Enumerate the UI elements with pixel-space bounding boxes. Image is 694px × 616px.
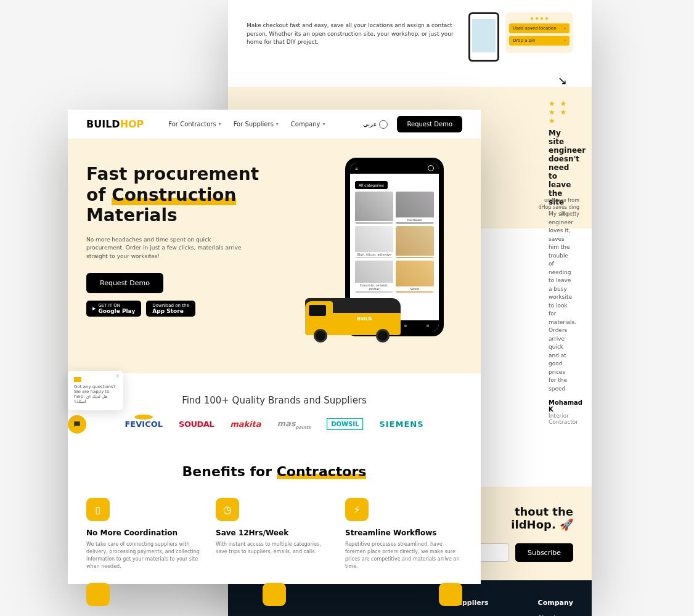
hero-title: Fast procurement of Construction Materia… [86, 164, 268, 226]
navbar: BUILDHOP For Contractors▾ For Suppliers▾… [68, 110, 481, 139]
phone-mockup-mini [468, 12, 499, 62]
footer-heading-company: Company [538, 599, 573, 607]
globe-icon [379, 120, 388, 129]
front-page: BUILDHOP For Contractors▾ For Suppliers▾… [68, 110, 481, 584]
benefit-card: ⚡ Streamline Workflows Repetitive proces… [345, 498, 462, 570]
search-icon [428, 165, 434, 171]
brand-mas: maspaints [277, 419, 311, 430]
benefit-desc: Repetitive processes streamlined, have f… [345, 541, 462, 570]
brand-siemens: SIEMENS [379, 419, 423, 429]
phone-icon: ▯ [86, 498, 110, 521]
benefits-section: Benefits for Contractors ▯ No More Coord… [68, 452, 481, 616]
arrow-decoration: ↘ [228, 74, 592, 87]
chevron-down-icon: ▾ [276, 121, 279, 127]
chat-launcher-button[interactable] [68, 415, 86, 434]
nav-for-contractors[interactable]: For Contractors▾ [168, 121, 221, 128]
benefits-title: Benefits for Contractors [86, 464, 462, 479]
app-store-badge[interactable]: Download on theApp Store [146, 301, 195, 317]
review-author: Mohamad K [549, 399, 573, 413]
benefit-icon [86, 583, 110, 606]
chat-popup: × Got any questions? We are happy to hel… [68, 371, 123, 410]
review-body: My site engineer loves it, saves him the… [549, 210, 573, 393]
benefit-card: ◷ Save 12Hrs/Week With instant access to… [216, 498, 333, 570]
hero-subtitle: No more headaches and time spent on quic… [86, 236, 247, 261]
hero-section: Fast procurement of Construction Materia… [68, 139, 481, 373]
location-card: Used saved location› Drop a pin› [505, 12, 573, 53]
request-demo-button[interactable]: Request Demo [397, 116, 462, 132]
review-card: ★ ★ ★ ★ ★ My site engineer doesn't need … [530, 87, 592, 437]
subscribe-button[interactable]: Subscribe [515, 543, 573, 562]
chat-widget: × Got any questions? We are happy to hel… [68, 371, 123, 434]
saved-location-button[interactable]: Used saved location› [509, 23, 569, 33]
checkout-text: Make checkout fast and easy, save all yo… [247, 12, 456, 62]
chevron-down-icon: ▾ [322, 121, 325, 127]
benefit-desc: We take care of connecting suppliers wit… [86, 541, 203, 570]
benefit-card: ▯ No More Coordination We take care of c… [86, 498, 203, 570]
drop-pin-button[interactable]: Drop a pin› [509, 36, 569, 46]
all-categories-label: All categories [355, 181, 388, 189]
brands-title: Find 100+ Quality Brands and Suppliers [86, 395, 462, 406]
nav-company[interactable]: Company▾ [291, 121, 325, 128]
google-play-badge[interactable]: ▶GET IT ONGoogle Play [86, 301, 141, 317]
chat-logo-icon [74, 377, 81, 382]
benefit-icon [439, 583, 462, 606]
brand-dowsil: DOWSIL [327, 418, 363, 430]
benefit-title: Streamline Workflows [345, 529, 462, 537]
benefit-desc: With instant access to multiple categori… [216, 541, 333, 556]
benefit-title: No More Coordination [86, 529, 203, 537]
nav-for-suppliers[interactable]: For Suppliers▾ [234, 121, 279, 128]
chat-icon [73, 420, 81, 429]
benefit-icon [263, 583, 286, 606]
clock-icon: ◷ [216, 498, 239, 521]
chevron-down-icon: ▾ [219, 121, 221, 127]
brand-fevicol: FEVICOL [125, 419, 163, 429]
delivery-van-illustration: BUILDHOP [305, 290, 401, 342]
logo[interactable]: BUILDHOP [86, 118, 144, 130]
lightning-icon: ⚡ [345, 498, 369, 521]
brand-soudal: SOUDAL [179, 419, 214, 429]
close-icon[interactable]: × [115, 373, 120, 379]
language-switch[interactable]: عربي [363, 120, 388, 129]
partial-review-text: urchases from dHop saves ding all petty [536, 197, 579, 218]
hero-request-demo-button[interactable]: Request Demo [86, 273, 163, 293]
brand-makita: makita [230, 419, 261, 429]
benefit-title: Save 12Hrs/Week [216, 529, 333, 537]
review-role: Interior Contractor [549, 413, 573, 425]
star-rating: ★ ★ ★ ★ ★ [549, 99, 573, 125]
chat-message: Got any questions? We are happy to help.… [74, 384, 117, 404]
brands-section: Find 100+ Quality Brands and Suppliers F… [68, 373, 481, 452]
review-title: My site engineer doesn't need to leave t… [549, 129, 573, 206]
